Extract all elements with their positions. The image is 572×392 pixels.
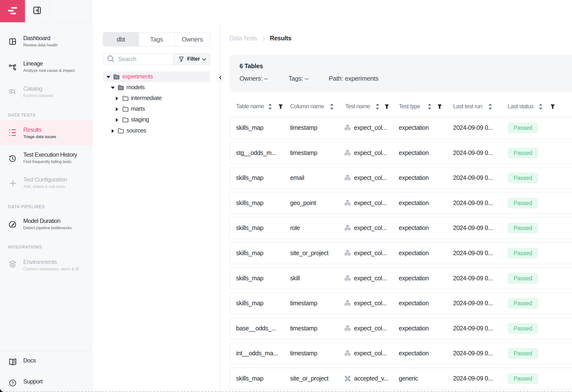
svg-text:?: ?: [12, 381, 14, 385]
